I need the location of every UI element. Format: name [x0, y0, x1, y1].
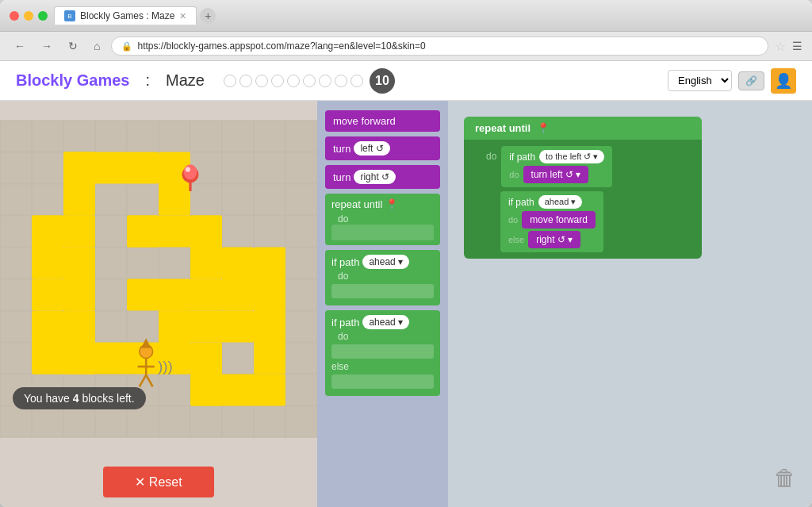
if-path-block-2[interactable]: if path ahead ▾ do else [325, 310, 440, 396]
tab-title: Blockly Games : Maze [80, 10, 174, 21]
move-forward-block[interactable]: move forward [325, 110, 440, 132]
level-dot-9 [350, 75, 363, 87]
else-label: else [508, 235, 524, 244]
new-tab-button[interactable]: + [200, 8, 216, 24]
traffic-lights [10, 11, 48, 21]
if-path-left-row: if path to the left ↺ ▾ [509, 150, 604, 163]
if-ahead-pill-2[interactable]: ahead ▾ [362, 315, 409, 329]
turn-right-pill[interactable]: right ↺ [354, 170, 396, 184]
svg-rect-4 [63, 152, 159, 184]
minimize-button[interactable] [24, 11, 33, 21]
avatar-button[interactable]: 👤 [771, 68, 796, 94]
address-bar: ← → ↻ ⌂ 🔒 https://blockly-games.appspot.… [0, 32, 812, 61]
close-button[interactable] [10, 11, 19, 21]
svg-rect-5 [159, 152, 190, 216]
main-content: ))) You have 4 blocks left. ✕ Reset move… [0, 101, 812, 507]
level-dot-8 [335, 75, 347, 87]
home-button[interactable]: ⌂ [89, 38, 105, 54]
header-right: English 🔗 👤 [668, 68, 796, 94]
title-bar: B Blockly Games : Maze ✕ + [0, 0, 812, 32]
repeat-goal-icon: 📍 [537, 122, 550, 134]
maze-controls: ✕ Reset [0, 457, 317, 507]
url-text: https://blockly-games.appspot.com/maze?l… [137, 40, 425, 52]
tab-close-icon[interactable]: ✕ [179, 11, 186, 21]
repeat-until-label: repeat until [331, 198, 382, 210]
turn-right-block[interactable]: turn right ↺ [325, 165, 440, 189]
lock-icon: 🔒 [121, 41, 132, 52]
bookmark-icon[interactable]: ☆ [775, 39, 786, 54]
svg-point-27 [184, 164, 197, 179]
link-button[interactable]: 🔗 [738, 71, 764, 90]
repeat-header: repeat until 📍 [464, 117, 702, 140]
title-separator: : [145, 71, 150, 90]
repeat-body-workspace: do if path to the left ↺ ▾ do turn left … [464, 140, 702, 259]
svg-rect-8 [32, 216, 63, 279]
status-suffix: blocks left. [79, 392, 135, 405]
forward-button[interactable]: → [36, 38, 57, 54]
tab-bar: B Blockly Games : Maze ✕ + [54, 6, 802, 25]
do-move-fwd-row: do move forward [508, 211, 596, 229]
menu-icon[interactable]: ☰ [792, 40, 802, 52]
svg-point-28 [186, 167, 190, 171]
app-subtitle: Maze [166, 71, 205, 90]
turn-left-label: turn [333, 143, 350, 155]
reset-button[interactable]: ✕ Reset [103, 467, 213, 497]
if-body-2 [331, 344, 434, 359]
level-dot-5 [287, 75, 300, 87]
workspace-repeat-block: repeat until 📍 do if path to the left ↺ … [464, 117, 702, 259]
trash-icon[interactable]: 🗑 [774, 465, 796, 491]
to-left-pill[interactable]: to the left ↺ ▾ [539, 150, 604, 163]
level-dot-3 [255, 75, 268, 87]
ahead-pill[interactable]: ahead ▾ [538, 195, 583, 209]
if-ahead-pill-1[interactable]: ahead ▾ [362, 255, 409, 269]
if-path-label-1: if path [331, 256, 359, 268]
maze-canvas: ))) You have 4 blocks left. [0, 101, 317, 457]
app-header: Blockly Games : Maze 10 English 🔗 👤 [0, 61, 812, 101]
svg-rect-22 [254, 248, 285, 374]
status-prefix: You have [24, 392, 73, 405]
blocks-panel: move forward turn left ↺ turn right ↺ re… [317, 101, 448, 507]
svg-text:))): ))) [158, 358, 173, 374]
turn-left-pill[interactable]: left ↺ [354, 141, 389, 156]
maze-status: You have 4 blocks left. [13, 387, 146, 409]
level-dot-4 [271, 75, 284, 87]
svg-rect-21 [32, 311, 63, 374]
svg-rect-24 [190, 343, 222, 406]
language-select[interactable]: English [668, 70, 732, 91]
if-path-row-2: if path ahead ▾ [331, 315, 434, 329]
if-label-1: if path [509, 152, 535, 163]
blocks-count: 4 [73, 392, 79, 405]
maze-area: ))) You have 4 blocks left. ✕ Reset [0, 101, 317, 507]
turn-left-block-ws[interactable]: turn left ↺ ▾ [523, 166, 589, 183]
repeat-body [331, 225, 434, 240]
level-dot-6 [303, 75, 316, 87]
level-dot-2 [239, 75, 252, 87]
do-label-1: do [486, 146, 496, 162]
if-path-label-2: if path [331, 317, 359, 328]
maximize-button[interactable] [38, 11, 48, 21]
if-ahead-header-row: if path ahead ▾ [508, 195, 596, 209]
active-tab[interactable]: B Blockly Games : Maze ✕ [54, 6, 197, 25]
back-button[interactable]: ← [10, 38, 30, 54]
browser-window: B Blockly Games : Maze ✕ + ← → ↻ ⌂ 🔒 htt… [0, 0, 812, 507]
do-turn-left-row: do turn left ↺ ▾ [509, 166, 604, 183]
move-forward-block-ws[interactable]: move forward [522, 211, 596, 229]
if-ahead-row: if path ahead ▾ do move forward else rig… [486, 191, 695, 252]
else-turn-right-row: else right ↺ ▾ [508, 231, 596, 248]
if-path-block-1[interactable]: if path ahead ▾ do [325, 250, 440, 305]
do-label-2: do [509, 170, 519, 179]
if-label-2: if path [508, 197, 534, 208]
repeat-until-block[interactable]: repeat until 📍 do [325, 194, 440, 245]
refresh-button[interactable]: ↻ [63, 38, 82, 54]
turn-right-block-ws[interactable]: right ↺ ▾ [528, 231, 580, 248]
else-body [331, 374, 434, 389]
turn-left-block[interactable]: turn left ↺ [325, 136, 440, 160]
repeat-until-header: repeat until 📍 [331, 198, 434, 210]
app-title: Blockly Games [16, 71, 129, 90]
url-bar[interactable]: 🔒 https://blockly-games.appspot.com/maze… [111, 36, 768, 56]
svg-rect-15 [222, 248, 254, 311]
level-progress: 10 [224, 68, 395, 94]
svg-rect-13 [190, 216, 222, 279]
turn-right-label: turn [333, 171, 350, 183]
code-workspace[interactable]: repeat until 📍 do if path to the left ↺ … [448, 101, 812, 507]
